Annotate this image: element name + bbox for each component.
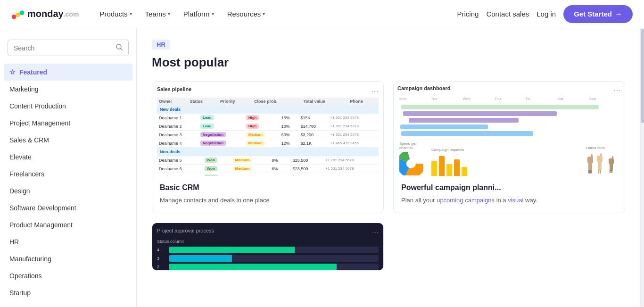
preview-table: OwnerStatusPriorityClose prob.Total valu… bbox=[157, 98, 379, 105]
sidebar-item-hr[interactable]: HR bbox=[0, 233, 136, 250]
svg-rect-20 bbox=[609, 158, 614, 164]
logo-dotcom: .com bbox=[64, 10, 79, 18]
sidebar-item-featured[interactable]: ☆ Featured bbox=[4, 64, 132, 81]
sidebar-item-label-elevate: Elevate bbox=[9, 153, 32, 161]
sidebar-item-startup[interactable]: Startup bbox=[0, 284, 136, 301]
preview-title-crm: Sales pipeline bbox=[157, 86, 191, 92]
svg-point-2 bbox=[20, 10, 25, 15]
nav-platform[interactable]: Platform ▾ bbox=[178, 6, 220, 22]
logo-text: monday bbox=[27, 8, 64, 19]
nav-products[interactable]: Products ▾ bbox=[94, 6, 137, 22]
preview-title-project: Project approval process bbox=[157, 228, 214, 233]
nav-teams-label: Teams bbox=[145, 10, 166, 18]
sidebar-item-label-product: Product Management bbox=[9, 221, 73, 229]
page-scrollbar[interactable] bbox=[640, 28, 644, 307]
navbar: monday.com Products ▾ Teams ▾ Platform ▾… bbox=[0, 0, 644, 28]
overflow-menu-icon-project[interactable]: ⋯ bbox=[372, 229, 379, 236]
nav-resources[interactable]: Resources ▾ bbox=[222, 6, 271, 22]
svg-point-1 bbox=[16, 12, 20, 17]
sidebar-item-label-freelancers: Freelancers bbox=[9, 170, 44, 178]
nav-pricing[interactable]: Pricing bbox=[457, 10, 479, 18]
arrow-right-icon: → bbox=[615, 10, 622, 18]
nav-contact-sales[interactable]: Contact sales bbox=[486, 10, 529, 18]
sidebar-item-label-pm: Project Management bbox=[9, 119, 70, 127]
search-wrapper[interactable] bbox=[8, 40, 129, 56]
card-preview-crm: Sales pipeline ⋯ OwnerStatusPriorityClos… bbox=[152, 82, 383, 176]
template-card-basic-crm[interactable]: Sales pipeline ⋯ OwnerStatusPriorityClos… bbox=[152, 81, 384, 213]
svg-rect-21 bbox=[612, 156, 613, 159]
nav-products-label: Products bbox=[99, 10, 127, 18]
sidebar-item-product-mgmt[interactable]: Product Management bbox=[0, 216, 136, 233]
svg-rect-16 bbox=[600, 153, 602, 157]
search-input[interactable] bbox=[14, 44, 112, 52]
svg-point-8 bbox=[409, 161, 413, 166]
non-deals-table: Dealname 5WonMedium8%$25,500+1 201 234 5… bbox=[157, 156, 379, 176]
sidebar-item-content-production[interactable]: Content Production bbox=[0, 98, 136, 115]
sidebar: ☆ Featured Marketing Content Production … bbox=[0, 28, 137, 307]
nav-resources-label: Resources bbox=[227, 10, 261, 18]
get-started-label: Get Started bbox=[574, 10, 612, 18]
chevron-down-icon: ▾ bbox=[168, 11, 170, 17]
category-badge: HR bbox=[152, 40, 170, 50]
section-label-non-deals: Non-deals bbox=[157, 148, 379, 156]
spend-chart: Spend per channel bbox=[399, 141, 428, 176]
nav-teams[interactable]: Teams ▾ bbox=[140, 6, 176, 22]
search-container bbox=[0, 36, 136, 64]
sidebar-item-label-sales: Sales & CRM bbox=[9, 136, 49, 144]
sidebar-item-operations[interactable]: Operations bbox=[0, 267, 136, 284]
status-bars: 4 3 bbox=[157, 247, 379, 270]
content-area: HR Most popular Sales pipeline ⋯ OwnerS bbox=[137, 28, 640, 307]
card-description-crm: Manage contacts and deals in one place bbox=[160, 196, 376, 205]
sidebar-item-project-management[interactable]: Project Management bbox=[0, 115, 136, 132]
sidebar-item-label-featured: Featured bbox=[19, 68, 47, 76]
card-preview-campaign: Campaign dashboard ⋯ MonTueWedThuFriSatS… bbox=[394, 82, 625, 176]
overflow-menu-icon-campaign[interactable]: ⋯ bbox=[613, 86, 621, 95]
sidebar-item-label-operations: Operations bbox=[9, 272, 41, 280]
sidebar-item-software-dev[interactable]: Software Development bbox=[0, 199, 136, 216]
sidebar-item-manufacturing[interactable]: Manufacturing bbox=[0, 250, 136, 267]
card-title-crm: Basic CRM bbox=[160, 183, 376, 192]
svg-rect-23 bbox=[611, 170, 612, 173]
chevron-down-icon: ▾ bbox=[212, 11, 214, 17]
svg-rect-12 bbox=[588, 170, 590, 174]
nav-links: Products ▾ Teams ▾ Platform ▾ Resources … bbox=[94, 6, 457, 22]
sidebar-item-design[interactable]: Design bbox=[0, 183, 136, 199]
nav-login[interactable]: Log in bbox=[537, 10, 556, 18]
template-card-project-approval[interactable]: Project approval process ⋯ Status column… bbox=[152, 223, 384, 271]
campaign-requests-chart: Campaign requests bbox=[431, 148, 582, 176]
sidebar-item-label-content: Content Production bbox=[9, 102, 66, 110]
chevron-down-icon: ▾ bbox=[130, 11, 132, 17]
template-card-campaign[interactable]: Campaign dashboard ⋯ MonTueWedThuFriSatS… bbox=[393, 81, 625, 213]
sidebar-item-label-hr: HR bbox=[9, 238, 19, 246]
cards-grid: Sales pipeline ⋯ OwnerStatusPriorityClos… bbox=[152, 81, 625, 213]
section-label-new-deals: New deals bbox=[157, 105, 379, 114]
new-deals-table: Dealname 1LeadHigh15%$15K+1 201 234 5678… bbox=[157, 114, 379, 148]
card-title-campaign: Powerful campaign planni... bbox=[401, 183, 617, 192]
sidebar-item-marketing[interactable]: Marketing bbox=[0, 81, 136, 98]
section-title: Most popular bbox=[152, 55, 625, 70]
nav-right: Pricing Contact sales Log in Get Started… bbox=[457, 5, 633, 23]
highlight-visual: visual bbox=[508, 197, 523, 204]
card-preview-project: Project approval process ⋯ Status column… bbox=[152, 223, 383, 270]
card-description-campaign: Plan all your upcoming campaigns in a vi… bbox=[401, 196, 617, 205]
svg-rect-17 bbox=[598, 170, 599, 174]
nav-platform-label: Platform bbox=[183, 10, 210, 18]
svg-point-0 bbox=[12, 14, 17, 19]
card-content-campaign: Powerful campaign planni... Plan all you… bbox=[394, 176, 625, 213]
sidebar-item-label-startup: Startup bbox=[9, 289, 31, 297]
get-started-button[interactable]: Get Started → bbox=[563, 5, 633, 23]
highlight-upcoming: upcoming bbox=[437, 197, 463, 204]
svg-rect-18 bbox=[600, 170, 601, 174]
overflow-menu-icon[interactable]: ⋯ bbox=[371, 87, 379, 96]
sidebar-item-label-marketing: Marketing bbox=[9, 85, 38, 93]
sidebar-item-freelancers[interactable]: Freelancers bbox=[0, 166, 136, 183]
sidebar-item-sales-crm[interactable]: Sales & CRM bbox=[0, 132, 136, 149]
chevron-down-icon: ▾ bbox=[263, 11, 265, 17]
highlight-campaigns: campaigns bbox=[465, 197, 495, 204]
scrollbar-thumb bbox=[641, 29, 644, 123]
svg-rect-22 bbox=[610, 170, 611, 173]
sidebar-item-label-design: Design bbox=[9, 187, 30, 195]
logo[interactable]: monday.com bbox=[11, 8, 79, 21]
card-content-crm: Basic CRM Manage contacts and deals in o… bbox=[152, 176, 383, 213]
sidebar-item-elevate[interactable]: Elevate bbox=[0, 149, 136, 166]
